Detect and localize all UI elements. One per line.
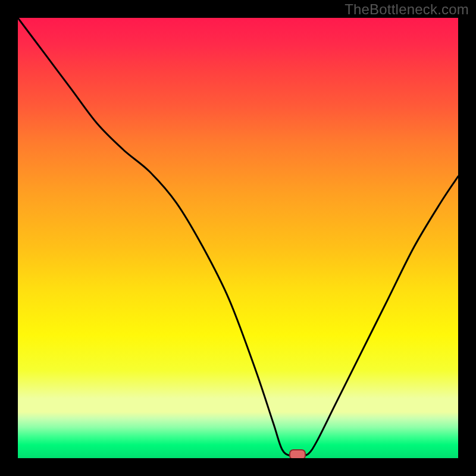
chart-frame: TheBottleneck.com bbox=[0, 0, 476, 476]
watermark-text: TheBottleneck.com bbox=[345, 1, 469, 18]
bottleneck-curve bbox=[18, 18, 458, 458]
plot-area bbox=[18, 18, 458, 458]
optimal-marker bbox=[289, 449, 306, 458]
